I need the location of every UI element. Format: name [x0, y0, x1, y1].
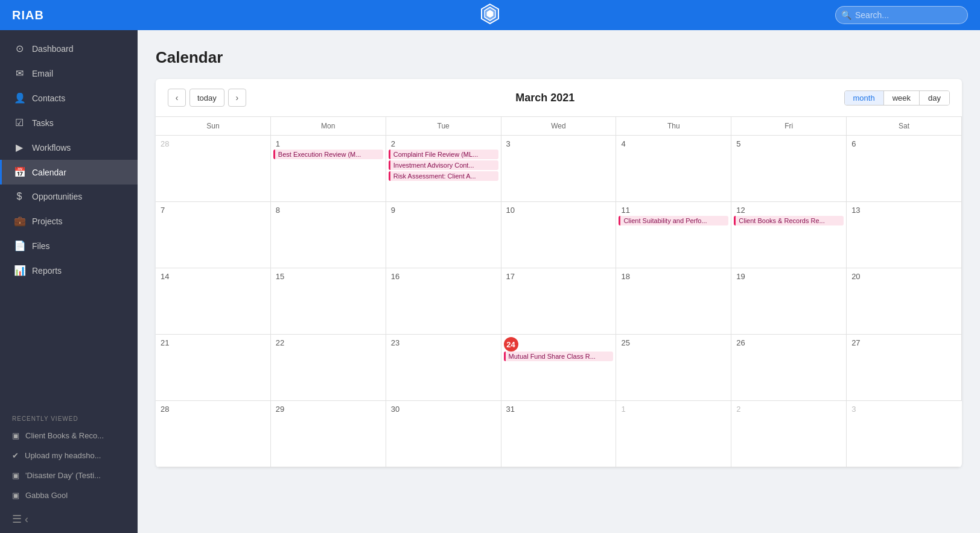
- sidebar-item-calendar[interactable]: 📅Calendar: [0, 160, 138, 184]
- day-number: 9: [389, 204, 398, 216]
- sidebar-item-label: Workflows: [32, 143, 71, 153]
- cal-cell-week1-day2: 9: [386, 202, 501, 268]
- cal-cell-week0-day1: 1Best Execution Review (M...: [271, 136, 386, 202]
- calendar-event[interactable]: Client Suitability and Perfo...: [619, 216, 728, 226]
- recent-item-label: Client Books & Reco...: [25, 431, 104, 440]
- opportunities-icon: $: [14, 191, 25, 202]
- sidebar-item-email[interactable]: ✉Email: [0, 61, 138, 86]
- sidebar-item-contacts[interactable]: 👤Contacts: [0, 86, 138, 110]
- cal-cell-week1-day6: 13: [847, 202, 962, 268]
- sidebar-item-label: Calendar: [32, 168, 66, 177]
- recent-item-disaster-day[interactable]: ▣'Disaster Day' (Testi...: [0, 465, 138, 485]
- cal-cell-week4-day5: 2: [731, 401, 847, 467]
- page-title: Calendar: [156, 48, 962, 67]
- dashboard-icon: ⊙: [14, 43, 25, 54]
- gabba-gool-icon: ▣: [12, 491, 19, 500]
- cal-cell-week2-day2: 16: [386, 268, 501, 335]
- sidebar-item-dashboard[interactable]: ⊙Dashboard: [0, 36, 138, 61]
- cal-cell-week1-day5: 12Client Books & Records Re...: [731, 202, 847, 268]
- day-number: 15: [273, 271, 287, 282]
- cal-cell-week0-day4: 4: [616, 136, 731, 202]
- view-btn-week[interactable]: week: [884, 91, 920, 105]
- cal-cell-week1-day0: 7: [156, 202, 271, 268]
- day-number: 2: [734, 403, 743, 415]
- sidebar: ⊙Dashboard✉Email👤Contacts☑Tasks▶Workflow…: [0, 30, 138, 533]
- contacts-icon: 👤: [14, 92, 25, 104]
- cal-cell-week0-day0: 28: [156, 136, 271, 202]
- day-number: 22: [273, 337, 287, 348]
- cal-cell-week4-day6: 3: [847, 401, 962, 467]
- logo: [479, 3, 501, 27]
- cal-cell-week3-day6: 27: [847, 335, 962, 401]
- sidebar-item-files[interactable]: 📄Files: [0, 233, 138, 258]
- main-content: Calendar ‹ today › March 2021 monthweekd…: [138, 30, 980, 533]
- cal-cell-week0-day2: 2Complaint File Review (ML...Investment …: [386, 136, 501, 202]
- cal-cell-week1-day1: 8: [271, 202, 386, 268]
- sidebar-item-workflows[interactable]: ▶Workflows: [0, 135, 138, 160]
- day-number: 26: [734, 337, 747, 348]
- search-input[interactable]: [835, 6, 968, 24]
- sidebar-item-label: Contacts: [32, 93, 65, 103]
- next-button[interactable]: ›: [228, 89, 246, 107]
- sidebar-item-projects[interactable]: 💼Projects: [0, 209, 138, 233]
- day-number: 2: [389, 138, 398, 150]
- day-header-thu: Thu: [616, 117, 731, 136]
- day-header-fri: Fri: [731, 117, 847, 136]
- cal-cell-week3-day0: 21: [156, 335, 271, 401]
- sidebar-item-opportunities[interactable]: $Opportunities: [0, 184, 138, 209]
- email-icon: ✉: [14, 68, 25, 79]
- day-number: 16: [389, 271, 402, 282]
- view-btn-month[interactable]: month: [845, 91, 884, 105]
- today-number: 24: [504, 337, 518, 352]
- day-number: 5: [734, 138, 743, 150]
- workflows-icon: ▶: [14, 142, 25, 153]
- calendar-event[interactable]: Complaint File Review (ML...: [389, 150, 498, 159]
- day-number: 4: [619, 138, 628, 150]
- recent-item-gabba-gool[interactable]: ▣Gabba Gool: [0, 485, 138, 505]
- day-number: 1: [619, 403, 628, 415]
- sidebar-item-label: Dashboard: [32, 44, 74, 54]
- cal-cell-week3-day1: 22: [271, 335, 386, 401]
- calendar-event[interactable]: Risk Assessment: Client A...: [389, 171, 498, 181]
- cal-cell-week2-day5: 19: [731, 268, 847, 335]
- calendar-event[interactable]: Mutual Fund Share Class R...: [504, 352, 614, 361]
- recent-item-client-books[interactable]: ▣Client Books & Reco...: [0, 426, 138, 446]
- cal-cell-week2-day3: 17: [501, 268, 617, 335]
- cal-cell-week4-day4: 1: [616, 401, 731, 467]
- day-number: 28: [158, 403, 171, 415]
- upload-headshot-icon: ✔: [12, 451, 19, 460]
- main-layout: ⊙Dashboard✉Email👤Contacts☑Tasks▶Workflow…: [0, 30, 980, 533]
- recent-item-label: Gabba Gool: [25, 491, 68, 500]
- day-number: 8: [273, 204, 282, 216]
- calendar-nav: ‹ today ›: [168, 89, 246, 107]
- calendar-event[interactable]: Best Execution Review (M...: [273, 150, 383, 159]
- recently-viewed-label: RECENTLY VIEWED: [0, 407, 138, 426]
- today-button[interactable]: today: [189, 89, 224, 107]
- tasks-icon: ☑: [14, 117, 25, 128]
- prev-button[interactable]: ‹: [168, 89, 186, 107]
- day-number: 13: [849, 204, 862, 216]
- cal-cell-week2-day0: 14: [156, 268, 271, 335]
- day-number: 19: [734, 271, 747, 282]
- day-header-wed: Wed: [501, 117, 617, 136]
- calendar-event[interactable]: Client Books & Records Re...: [734, 216, 844, 226]
- cal-cell-week1-day3: 10: [501, 202, 617, 268]
- day-header-sun: Sun: [156, 117, 271, 136]
- day-number: 25: [619, 337, 632, 348]
- month-title: March 2021: [515, 92, 574, 104]
- view-btn-day[interactable]: day: [920, 91, 949, 105]
- files-icon: 📄: [14, 240, 25, 251]
- calendar-event[interactable]: Investment Advisory Cont...: [389, 160, 498, 170]
- recent-item-upload-headshot[interactable]: ✔Upload my headsho...: [0, 446, 138, 465]
- cal-cell-week0-day6: 6: [847, 136, 962, 202]
- sidebar-item-tasks[interactable]: ☑Tasks: [0, 110, 138, 135]
- sidebar-item-label: Projects: [32, 216, 63, 226]
- sidebar-item-reports[interactable]: 📊Reports: [0, 258, 138, 283]
- sidebar-collapse-button[interactable]: ☰ ‹: [0, 505, 138, 533]
- day-number: 17: [504, 271, 517, 282]
- sidebar-item-label: Opportunities: [32, 192, 82, 201]
- day-number: 1: [273, 138, 282, 150]
- day-number: 14: [158, 271, 171, 282]
- sidebar-item-label: Email: [32, 69, 53, 78]
- search-wrapper: 🔍: [835, 6, 968, 24]
